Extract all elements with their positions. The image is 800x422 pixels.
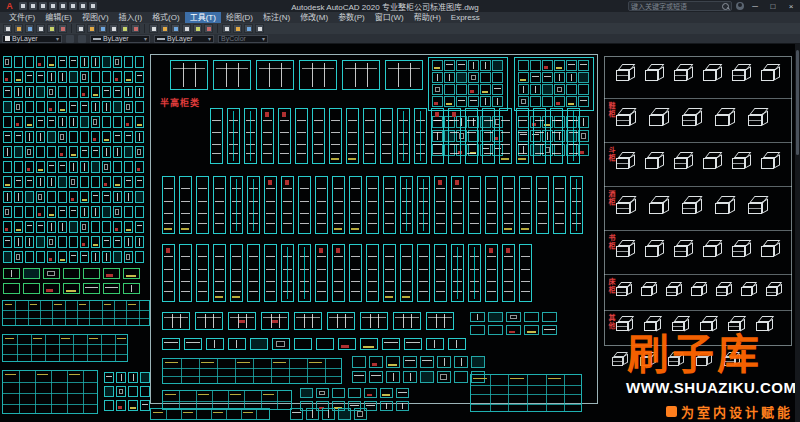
menu-item-2[interactable]: 视图(V): [77, 12, 114, 23]
paste-icon[interactable]: [98, 24, 107, 33]
brush-logo-icon: [666, 406, 677, 417]
zoom-realtime-icon[interactable]: [160, 24, 169, 33]
color-swatch-icon: [5, 36, 10, 41]
watermark-slogan-text: 为室内设计赋能: [681, 402, 793, 421]
minimize-button[interactable]: ─: [748, 1, 762, 12]
standard-toolbar: [0, 23, 800, 34]
scrollbar-thumb[interactable]: [796, 50, 799, 155]
lineweight-control[interactable]: ByLayer ▾: [154, 35, 214, 43]
search-input[interactable]: [631, 2, 720, 10]
menu-item-3[interactable]: 插入(I): [114, 12, 148, 23]
search-icon: [722, 3, 729, 10]
text-icon[interactable]: [244, 24, 253, 33]
menu-item-12[interactable]: Express: [446, 12, 485, 23]
zoom-window-icon[interactable]: [171, 24, 180, 33]
menu-item-0[interactable]: 文件(F): [4, 12, 40, 23]
plot-style-value: ByColor: [221, 35, 246, 43]
vertical-scrollbar[interactable]: [795, 44, 800, 422]
toolbar-separator: [144, 24, 145, 33]
undo-icon[interactable]: [120, 24, 129, 33]
toolbar-separator: [217, 24, 218, 33]
linetype-control[interactable]: ByLayer ▾: [90, 35, 150, 43]
block-editor-icon[interactable]: [222, 24, 231, 33]
category-side-label: 鞋柜: [606, 102, 616, 118]
watermark-slogan: 为室内设计赋能: [666, 402, 793, 421]
open-icon[interactable]: [29, 2, 37, 10]
dimension-icon[interactable]: [255, 24, 264, 33]
category-side-label: 其他: [606, 314, 616, 330]
category-side-label: 酒柜: [606, 190, 616, 206]
undo-icon[interactable]: [69, 2, 77, 10]
category-side-label: 床柜: [606, 278, 616, 294]
window-title: Autodesk AutoCAD 2020 专业整柜公司标准图库.dwg: [291, 1, 479, 12]
lineweight-value: ByLayer: [167, 35, 193, 43]
new-icon[interactable]: [19, 2, 27, 10]
save-icon[interactable]: [39, 2, 47, 10]
signin-icon[interactable]: [736, 2, 744, 10]
linetype-swatch-icon: [93, 38, 101, 40]
menu-item-9[interactable]: 参数(P): [333, 12, 370, 23]
plot-style-control: ByColor ▾: [218, 35, 268, 43]
layer-freeze-icon[interactable]: [78, 35, 86, 43]
menu-item-4[interactable]: 格式(O): [147, 12, 185, 23]
plot-preview-icon[interactable]: [47, 24, 56, 33]
menu-item-1[interactable]: 编辑(E): [40, 12, 77, 23]
titlebar: A Autodesk AutoCAD 2020 专业整柜公司标准图库.dwg ─…: [0, 0, 800, 12]
titlebar-right: ─ □ ×: [628, 1, 798, 11]
chevron-down-icon: ▾: [144, 35, 147, 43]
category-side-label: 书柜: [606, 234, 616, 250]
search-box[interactable]: [628, 1, 732, 11]
app-name: Autodesk AutoCAD 2020: [291, 3, 380, 12]
toolbar-separator: [71, 24, 72, 33]
cut-icon[interactable]: [76, 24, 85, 33]
layer-properties-icon[interactable]: [193, 24, 202, 33]
autocad-window: A Autodesk AutoCAD 2020 专业整柜公司标准图库.dwg ─…: [0, 0, 800, 422]
copy-icon[interactable]: [87, 24, 96, 33]
menu-item-8[interactable]: 修改(M): [295, 12, 333, 23]
category-side-label: 斗柜: [606, 146, 616, 162]
measure-icon[interactable]: [233, 24, 242, 33]
lineweight-swatch-icon: [157, 38, 165, 40]
properties-toolbar: ByLayer ▾ ByLayer ▾ ByLayer ▾ ByColor ▾: [0, 34, 800, 44]
drawing-canvas[interactable]: 半高柜类 刷子库 WWW.SHUAZIKU.COM 为室内设计赋能 鞋柜斗柜酒柜…: [0, 44, 800, 422]
zoom-previous-icon[interactable]: [182, 24, 191, 33]
autocad-logo-icon[interactable]: A: [3, 1, 16, 11]
save-icon[interactable]: [25, 24, 34, 33]
chevron-down-icon: ▾: [56, 35, 59, 43]
redo-icon[interactable]: [131, 24, 140, 33]
plot-icon[interactable]: [36, 24, 45, 33]
plot-icon[interactable]: [59, 2, 67, 10]
menu-item-10[interactable]: 窗口(W): [370, 12, 409, 23]
chevron-down-icon: ▾: [208, 35, 211, 43]
category-label: 半高柜类: [160, 96, 200, 109]
pan-icon[interactable]: [149, 24, 158, 33]
menu-item-6[interactable]: 绘图(D): [221, 12, 258, 23]
open-icon[interactable]: [14, 24, 23, 33]
menu-item-7[interactable]: 标注(N): [258, 12, 295, 23]
watermark-url: WWW.SHUAZIKU.COM: [626, 379, 796, 396]
redo-icon[interactable]: [79, 2, 87, 10]
color-control[interactable]: ByLayer ▾: [2, 35, 62, 43]
color-value: ByLayer: [12, 35, 38, 43]
match-properties-icon[interactable]: [109, 24, 118, 33]
publish-icon[interactable]: [58, 24, 67, 33]
new-icon[interactable]: [3, 24, 12, 33]
menubar: 文件(F)编辑(E)视图(V)插入(I)格式(O)工具(T)绘图(D)标注(N)…: [0, 12, 800, 23]
workspace-icon[interactable]: [89, 2, 97, 10]
maximize-button[interactable]: □: [766, 1, 780, 12]
linetype-value: ByLayer: [103, 35, 129, 43]
properties-icon[interactable]: [204, 24, 213, 33]
watermark-brand: 刷子库: [627, 334, 762, 376]
close-button[interactable]: ×: [784, 1, 798, 12]
menu-item-11[interactable]: 帮助(H): [409, 12, 446, 23]
document-name: 专业整柜公司标准图库.dwg: [382, 3, 479, 12]
chevron-down-icon: ▾: [262, 35, 265, 43]
menu-item-5[interactable]: 工具(T): [185, 12, 221, 23]
save-as-icon[interactable]: [49, 2, 57, 10]
quick-access-toolbar: [19, 2, 97, 10]
layer-state-icon[interactable]: [66, 35, 74, 43]
